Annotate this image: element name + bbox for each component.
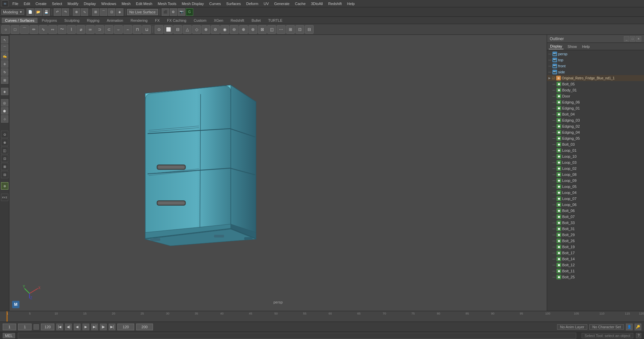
snap-point-btn[interactable]: ⊡	[108, 8, 115, 16]
outliner-tab-display[interactable]: Display	[549, 44, 564, 49]
render-settings-btn[interactable]: ⚙	[170, 8, 177, 16]
shelf-s4[interactable]: ⊕	[239, 25, 248, 34]
snap-surface-btn[interactable]: ◈	[116, 8, 123, 16]
outliner-item-bolt31[interactable]: — ⬟ Bolt_31	[547, 226, 644, 232]
left-extra4[interactable]: ⊡	[1, 155, 8, 162]
char-set-icon[interactable]: 👤	[626, 324, 633, 330]
gpu-btn[interactable]: G	[186, 8, 193, 16]
render-btn[interactable]: ⬛	[162, 8, 169, 16]
menu-deform[interactable]: Deform	[244, 1, 261, 6]
outliner-item-bolt19[interactable]: — ⬟ Bolt_19	[547, 244, 644, 250]
shelf-curve11[interactable]: ⊓	[133, 25, 142, 34]
menu-3dto-all[interactable]: 3DtoAll	[308, 1, 325, 6]
lasso-btn[interactable]: ∿	[81, 8, 88, 16]
shelf-curve10[interactable]: ⌢	[123, 25, 132, 34]
next-key-btn[interactable]: |▶	[100, 324, 107, 330]
shelf-torus[interactable]: ⊗	[202, 25, 210, 34]
character-set-selector[interactable]: No Character Set	[589, 324, 624, 330]
snap-grid-btn[interactable]: ⊞	[92, 8, 99, 16]
outliner-item-bolt25[interactable]: — ⬟ Bolt_25	[547, 274, 644, 280]
outliner-item-bolt26[interactable]: — ⬟ Bolt_26	[547, 238, 644, 244]
outliner-item-fridge-group[interactable]: ▶ ☑ ⊞ Original_Retro_Fridge_Blue_nd1_1	[547, 75, 644, 81]
left-axis[interactable]: XYZ	[1, 194, 8, 201]
outliner-item-bolt04[interactable]: — ⬟ Bolt_04	[547, 111, 644, 117]
outliner-minimize-btn[interactable]: _	[624, 36, 629, 42]
outliner-item-bolt07[interactable]: — ⬟ Bolt_07	[547, 214, 644, 220]
menu-mesh[interactable]: Mesh	[119, 1, 133, 6]
shelf-sphere[interactable]: ⊙	[155, 25, 163, 34]
outliner-item-side[interactable]: — 📷 side	[547, 69, 644, 75]
tab-animation[interactable]: Animation	[103, 18, 126, 23]
mel-mode-btn[interactable]: MEL	[3, 333, 15, 338]
mode-selector[interactable]: Modeling ▼	[1, 9, 24, 15]
tab-polygons[interactable]: Polygons	[38, 18, 60, 23]
lasso-tool-btn[interactable]: ⌒	[1, 44, 8, 52]
outliner-item-bolt14[interactable]: — ⬟ Bolt_14	[547, 256, 644, 262]
shelf-curve7[interactable]: ⊃	[95, 25, 104, 34]
menu-edit[interactable]: Edit	[21, 1, 33, 6]
go-to-start-btn[interactable]: |◀	[56, 324, 63, 330]
timeline-ruler[interactable]: 1 5 10 15 20 25 30 35 40 45 50 55 60 65 …	[0, 311, 644, 322]
outliner-item-persp[interactable]: — 📷 persp	[547, 51, 644, 57]
outliner-tab-help[interactable]: Help	[581, 44, 591, 49]
left-icon1[interactable]: ⊕	[1, 182, 8, 190]
sub-frame-input[interactable]	[18, 324, 32, 330]
left-extra1[interactable]: ⊙	[1, 131, 8, 138]
menu-file[interactable]: File	[10, 1, 21, 6]
outliner-close-btn[interactable]: ✕	[636, 36, 641, 42]
current-frame-input[interactable]	[3, 324, 16, 330]
menu-edit-mesh[interactable]: Edit Mesh	[133, 1, 155, 6]
select-btn[interactable]: ⊕	[73, 8, 80, 16]
shelf-s5[interactable]: ⊛	[249, 25, 257, 34]
tab-xgen[interactable]: XGen	[210, 18, 226, 23]
shelf-s11[interactable]: ⊟	[305, 25, 314, 34]
rotate-tool-btn[interactable]: ↻	[1, 68, 8, 76]
menu-surfaces[interactable]: Surfaces	[224, 1, 244, 6]
outliner-item-loop01[interactable]: — ⬟ Loop_01	[547, 147, 644, 153]
tab-sculpting[interactable]: Sculpting	[61, 18, 83, 23]
outliner-item-bolt12[interactable]: — ⬟ Bolt_12	[547, 262, 644, 268]
shelf-s3[interactable]: ⊖	[230, 25, 238, 34]
tab-fx[interactable]: FX	[152, 18, 163, 23]
play-btn[interactable]: ▶	[83, 324, 89, 330]
viewport-main[interactable]: persp X Y Z M	[9, 35, 547, 311]
left-extra5[interactable]: ⊞	[1, 163, 8, 170]
snap-curve-btn[interactable]: ⌒	[100, 8, 107, 16]
outliner-item-body01[interactable]: — ⬟ Body_01	[547, 87, 644, 93]
outliner-item-edging02[interactable]: — ⬟ Edging_02	[547, 123, 644, 129]
menu-create[interactable]: Create	[33, 1, 49, 6]
frame-display[interactable]	[41, 324, 54, 330]
save-scene-btn[interactable]: 💾	[43, 8, 50, 16]
tab-rendering[interactable]: Rendering	[127, 18, 151, 23]
anim-layer-selector[interactable]: No Anim Layer	[557, 324, 587, 330]
shelf-s1[interactable]: ⊘	[211, 25, 220, 34]
outliner-item-bolt29[interactable]: — ⬟ Bolt_29	[547, 232, 644, 238]
render-cam-btn[interactable]: 📷	[178, 8, 185, 16]
outliner-item-bolt11[interactable]: — ⬟ Bolt_11	[547, 268, 644, 274]
mode-dropdown-icon[interactable]: ▼	[19, 10, 22, 14]
outliner-item-loop04[interactable]: — ⬟ Loop_04	[547, 190, 644, 196]
select-tool-btn[interactable]: ↖	[1, 36, 8, 44]
new-scene-btn[interactable]: 📄	[26, 8, 34, 16]
outliner-tab-show[interactable]: Show	[566, 44, 578, 49]
scale-tool-btn[interactable]: ⊞	[1, 76, 8, 84]
go-to-end-btn[interactable]: ▶|	[109, 324, 115, 330]
menu-mesh-tools[interactable]: Mesh Tools	[155, 1, 179, 6]
outliner-item-loop06[interactable]: — ⬟ Loop_06	[547, 202, 644, 208]
shelf-arc[interactable]: ⌒	[20, 25, 29, 34]
outliner-item-door[interactable]: — ⬟ Door	[547, 93, 644, 99]
outliner-maximize-btn[interactable]: □	[630, 36, 635, 42]
shelf-pencil[interactable]: ✏	[30, 25, 38, 34]
shelf-s7[interactable]: ◫	[267, 25, 276, 34]
shelf-s8[interactable]: ⋯	[277, 25, 285, 34]
outliner-item-top[interactable]: — 📷 top	[547, 57, 644, 63]
tab-turtle[interactable]: TURTLE	[265, 18, 286, 23]
outliner-item-bolt17[interactable]: — ⬟ Bolt_17	[547, 250, 644, 256]
shelf-s6[interactable]: ⊠	[258, 25, 267, 34]
script-input[interactable]	[18, 333, 576, 339]
outliner-item-bolt33[interactable]: — ⬟ Bolt_33	[547, 220, 644, 226]
menu-redshift[interactable]: Redshift	[325, 1, 344, 6]
menu-display[interactable]: Display	[81, 1, 99, 6]
menu-windows[interactable]: Windows	[99, 1, 119, 6]
tab-bullet[interactable]: Bullet	[248, 18, 264, 23]
